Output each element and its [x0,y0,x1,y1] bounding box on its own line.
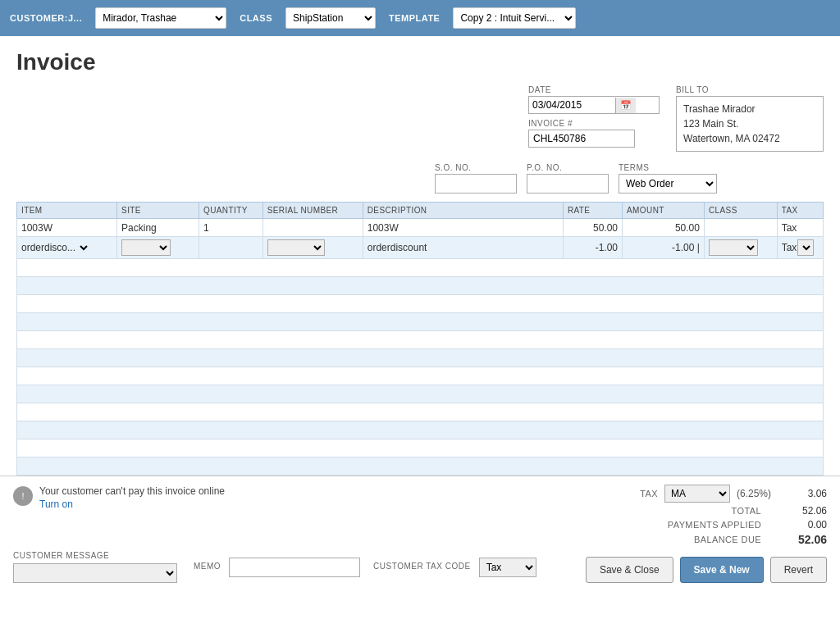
bill-to-line3: Watertown, MA 02472 [683,131,816,146]
table-row: orderdisco... orderdiscount [17,237,824,259]
so-field: S.O. NO. [435,163,517,194]
table-row-empty [17,421,824,439]
terms-label: TERMS [619,163,717,172]
cell-class[interactable] [704,219,777,237]
footer-top-row: ! Your customer can't pay this invoice o… [13,485,827,546]
item-select[interactable] [75,239,90,256]
header-bar: CUSTOMER:J... Mirador, Trashae CLASS Shi… [0,0,840,36]
bill-to-area: BILL TO Trashae Mirador 123 Main St. Wat… [676,85,824,152]
customer-msg-area: CUSTOMER MESSAGE [13,551,177,583]
invoice-num-input[interactable] [528,130,635,148]
table-row-empty [17,403,824,421]
tax-totals-area: TAX MA (6.25%) 3.06 TOTAL 52.06 PAYMENTS… [515,485,827,546]
date-input[interactable] [529,97,615,113]
top-form: DATE 📅 INVOICE # BILL TO Trashae Mirador… [16,85,824,152]
tax-value: Tax [782,242,797,253]
bill-to-label: BILL TO [676,85,824,94]
cell-quantity[interactable] [199,237,262,259]
table-row-empty [17,458,824,476]
cell-site[interactable] [117,237,199,259]
terms-field: TERMS Web Order Net 30 Net 15 Due on rec… [619,163,717,194]
calendar-icon[interactable]: 📅 [615,98,636,113]
cell-description[interactable]: orderdiscount [363,237,563,259]
cell-item[interactable]: 1003W [17,219,117,237]
invoice-num-field-group: INVOICE # [528,119,660,148]
class-inline-select[interactable] [709,239,758,256]
memo-input[interactable] [229,558,360,577]
cell-tax[interactable]: Tax [777,237,823,259]
tax-row: TAX MA (6.25%) 3.06 [640,485,827,503]
notice-icon: ! [13,486,33,506]
item-value: orderdisco... [21,242,75,253]
customer-tax-code-label: CUSTOMER TAX CODE [373,562,471,571]
action-buttons: Save & Close Save & New Revert [586,557,827,583]
footer-area: ! Your customer can't pay this invoice o… [0,476,840,591]
invoice-num-label: INVOICE # [528,119,660,128]
col-quantity: QUANTITY [199,203,262,219]
date-input-wrap: 📅 [528,96,660,114]
table-row: 1003W Packing 1 1003W 50.00 50.00 Tax [17,219,824,237]
invoice-title: Invoice [16,49,824,75]
left-spacer [16,85,512,152]
col-serial-number: SERIAL NUMBER [262,203,363,219]
cell-rate[interactable]: -1.00 [563,237,622,259]
class-label: CLASS [240,13,272,23]
payments-row: PAYMENTS APPLIED 0.00 [646,519,827,530]
table-row-empty [17,313,824,331]
notice-text-wrap: Your customer can't pay this invoice onl… [39,485,225,510]
table-row-empty [17,259,824,277]
tax-code-select[interactable]: MA [664,485,730,503]
invoice-table: ITEM SITE QUANTITY SERIAL NUMBER DESCRIP… [16,202,824,476]
item-dropdown-wrap: orderdisco... [21,239,112,256]
total-row: TOTAL 52.06 [646,505,827,517]
tax-pct: (6.25%) [737,488,771,499]
template-select[interactable]: Copy 2 : Intuit Servi... [453,7,576,29]
cell-amount[interactable]: 50.00 [623,219,705,237]
date-label: DATE [528,85,660,94]
so-label: S.O. NO. [435,163,517,172]
turn-on-link[interactable]: Turn on [39,499,73,510]
cell-rate[interactable]: 50.00 [563,219,622,237]
class-select[interactable]: ShipStation [285,7,376,29]
table-row-empty [17,439,824,458]
table-header-row: ITEM SITE QUANTITY SERIAL NUMBER DESCRIP… [17,203,824,219]
site-select[interactable] [121,239,171,256]
save-close-button[interactable]: Save & Close [586,557,673,583]
cell-tax[interactable]: Tax [777,219,823,237]
save-new-button[interactable]: Save & New [680,557,764,583]
online-notice: ! Your customer can't pay this invoice o… [13,485,225,510]
table-row-empty [17,295,824,313]
cell-amount[interactable]: -1.00 | [623,237,705,259]
po-input[interactable] [527,174,609,194]
col-description: DESCRIPTION [363,203,563,219]
balance-row: BALANCE DUE 52.06 [646,533,827,546]
col-tax: TAX [777,203,823,219]
balance-value: 52.06 [778,533,827,546]
terms-select[interactable]: Web Order Net 30 Net 15 Due on receipt [619,174,717,194]
col-site: SITE [117,203,199,219]
total-value: 52.06 [778,505,827,517]
cell-class[interactable] [704,237,777,259]
template-label: TEMPLATE [389,13,440,23]
balance-label: BALANCE DUE [646,535,761,544]
online-notice-text: Your customer can't pay this invoice onl… [39,485,225,499]
revert-button[interactable]: Revert [770,557,827,583]
cell-serial-number[interactable] [262,219,363,237]
cell-description[interactable]: 1003W [363,219,563,237]
so-input[interactable] [435,174,517,194]
tax-select[interactable] [797,239,814,256]
serial-select[interactable] [267,239,325,256]
date-invoice-area: DATE 📅 INVOICE # [528,85,660,152]
customer-msg-select[interactable] [13,563,177,583]
memo-area: MEMO CUSTOMER TAX CODE Tax [194,558,536,577]
table-row-empty [17,331,824,349]
cell-item[interactable]: orderdisco... [17,237,117,259]
date-field-group: DATE 📅 [528,85,660,114]
customer-tax-code-select[interactable]: Tax [479,558,536,577]
tax-label: TAX [640,489,658,499]
cell-serial-number[interactable] [262,237,363,259]
cell-quantity[interactable]: 1 [199,219,262,237]
cell-site[interactable]: Packing [117,219,199,237]
customer-select[interactable]: Mirador, Trashae [95,7,226,29]
table-row-empty [17,277,824,295]
